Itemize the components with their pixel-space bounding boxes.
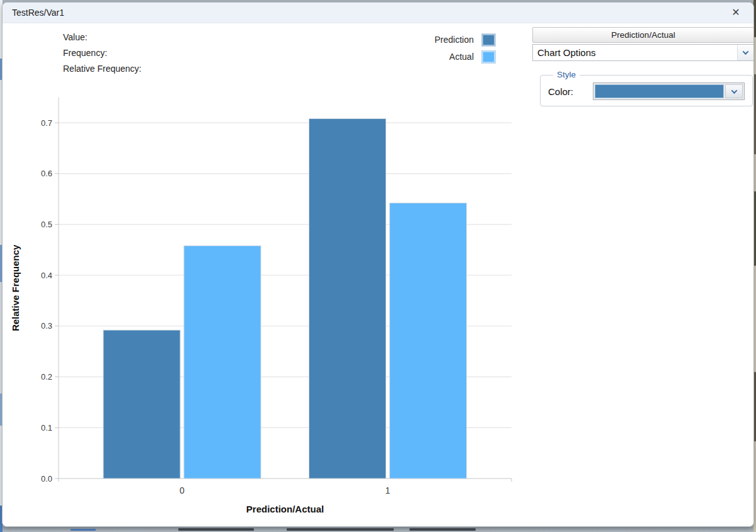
y-tick-label: 0.7 [41,118,52,128]
legend-label-prediction: Prediction [435,35,474,45]
y-axis-title: Relative Frequency [10,244,21,331]
chart-options-select[interactable]: Chart Options [532,44,754,61]
screen: TestRes/Var1 ✕ Value: Frequency: Relativ… [0,0,756,532]
bar-prediction-1[interactable] [309,119,386,478]
y-tick-label: 0.5 [41,220,52,229]
color-label: Color: [548,76,573,107]
background-window-fragment [71,529,96,531]
legend-swatch-actual [481,50,496,64]
window-title: TestRes/Var1 [12,8,64,18]
y-tick-label: 0.4 [41,271,52,280]
y-tick-label: 0.1 [41,423,52,433]
background-window-fragment [287,528,394,531]
y-tick-label: 0.3 [41,321,52,331]
style-groupbox: Style Color: [540,75,753,106]
background-window-fragment [410,528,476,531]
bar-prediction-0[interactable] [103,330,180,478]
relative-frequency-label: Relative Frequency: [63,61,142,77]
x-tick-label: 0 [180,485,185,495]
close-icon: ✕ [731,8,740,18]
x-axis-title: Prediction/Actual [246,504,324,514]
chevron-down-icon [737,45,753,60]
legend-item-actual: Actual [351,50,496,64]
window-content: Value: Frequency: Relative Frequency: Pr… [3,23,753,526]
x-tick-label: 1 [386,485,391,495]
legend-swatch-prediction [481,33,496,47]
value-label: Value: [63,30,142,45]
legend-label-actual: Actual [449,52,474,62]
chevron-down-icon [725,84,743,98]
dialog-window: TestRes/Var1 ✕ Value: Frequency: Relativ… [2,2,754,527]
hover-info-panel: Value: Frequency: Relative Frequency: [63,30,142,77]
color-swatch [595,84,724,98]
chart-legend: Prediction Actual [351,33,496,64]
background-window-strip [0,527,756,532]
bar-chart[interactable]: 0.00.10.20.30.40.50.60.701Prediction/Act… [3,89,532,524]
color-select[interactable] [593,82,745,100]
legend-item-prediction: Prediction [351,33,496,47]
bar-actual-0[interactable] [184,246,261,478]
y-tick-label: 0.2 [41,372,52,382]
y-tick-label: 0.6 [41,169,52,178]
bar-actual-1[interactable] [390,203,467,478]
chart-options-value: Chart Options [533,47,596,58]
background-window-fragment [178,528,254,531]
panel-header-button[interactable]: Prediction/Actual [532,27,754,43]
y-tick-label: 0.0 [41,474,52,484]
title-bar[interactable]: TestRes/Var1 ✕ [3,3,753,23]
close-button[interactable]: ✕ [728,5,744,20]
frequency-label: Frequency: [63,45,142,61]
panel-header-label: Prediction/Actual [611,30,675,40]
